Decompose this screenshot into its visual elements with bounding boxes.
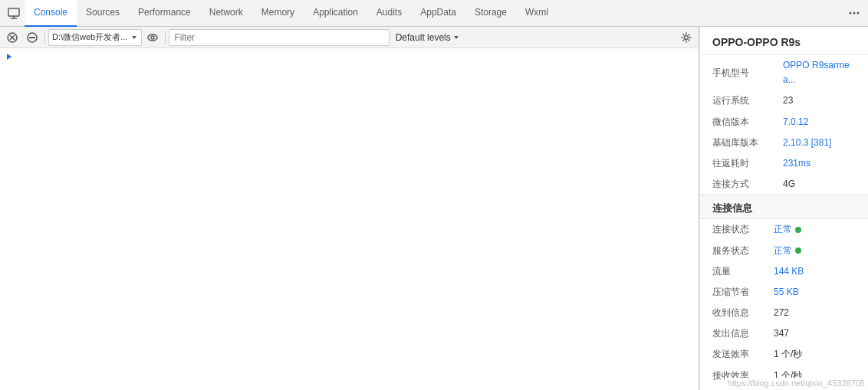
connection-info-row: 连接状态 正常 (700, 219, 868, 240)
tab-sources[interactable]: Sources (77, 0, 129, 27)
console-settings-button[interactable] (677, 28, 695, 47)
tab-performance[interactable]: Performance (129, 0, 200, 27)
info-value: OPPO R9sarmea... (771, 55, 868, 90)
svg-point-5 (857, 12, 860, 15)
connection-info-row: 服务状态 正常 (700, 241, 868, 261)
toolbar-separator-2 (165, 31, 166, 44)
tab-memory[interactable]: Memory (252, 0, 304, 27)
info-label: 连接方式 (700, 174, 771, 195)
block-errors-button[interactable] (23, 28, 41, 47)
context-value: D:\微信web开发者... (52, 31, 127, 43)
tab-audits[interactable]: Audits (367, 0, 411, 27)
right-panel: OPPO-OPPO R9s 手机型号 OPPO R9sarmea... 运行系统… (699, 27, 868, 390)
device-info-row: 基础库版本 2.10.3 [381] (700, 133, 868, 153)
connection-info-row: 收到信息 272 (700, 303, 868, 323)
svg-point-4 (853, 12, 856, 15)
clear-console-button[interactable] (3, 28, 21, 47)
main-content: D:\微信web开发者... Default levels (0, 27, 868, 390)
default-levels-label: Default levels (396, 32, 451, 43)
watermark: https://blog.csdn.net/qixin_45328705 (725, 378, 868, 388)
console-prompt[interactable] (0, 51, 699, 62)
console-panel: D:\微信web开发者... Default levels (0, 27, 699, 390)
tab-application[interactable]: Application (304, 0, 367, 27)
info-value: 4G (771, 174, 868, 195)
svg-point-12 (151, 36, 154, 39)
filter-input[interactable] (169, 29, 389, 46)
device-info-row: 运行系统 23 (700, 90, 868, 111)
device-info-row: 微信版本 7.0.12 (700, 112, 868, 133)
info-label: 微信版本 (700, 112, 771, 133)
info-value: 231ms (771, 153, 868, 174)
info-label: 基础库版本 (700, 133, 771, 153)
connection-info-table: 连接状态 正常 服务状态 正常 流量 144 KB 压缩节省 55 KB 收到信… (700, 219, 868, 390)
connection-section-header: 连接信息 (700, 195, 868, 219)
conn-value: 55 KB (761, 282, 868, 303)
conn-label: 发出信息 (700, 323, 761, 344)
info-label: 运行系统 (700, 90, 771, 111)
conn-value: 正常 (761, 219, 868, 240)
device-info-row: 往返耗时 231ms (700, 153, 868, 174)
conn-value: 272 (761, 303, 868, 323)
info-value: 7.0.12 (771, 112, 868, 133)
console-toolbar: D:\微信web开发者... Default levels (0, 27, 699, 48)
info-label: 手机型号 (700, 55, 771, 90)
info-value: 23 (771, 90, 868, 111)
tab-network[interactable]: Network (200, 0, 252, 27)
console-body (0, 48, 699, 390)
device-info-row: 连接方式 4G (700, 174, 868, 195)
conn-label: 收到信息 (700, 303, 761, 323)
svg-point-11 (148, 34, 157, 41)
tab-appdata[interactable]: AppData (411, 0, 465, 27)
info-value: 2.10.3 [381] (771, 133, 868, 153)
connection-info-row: 流量 144 KB (700, 261, 868, 282)
more-tabs-button[interactable] (843, 0, 865, 27)
device-info-row: 手机型号 OPPO R9sarmea... (700, 55, 868, 90)
tab-bar: Console Sources Performance Network Memo… (0, 0, 868, 27)
context-selector[interactable]: D:\微信web开发者... (48, 29, 142, 46)
conn-label: 服务状态 (700, 241, 761, 261)
tab-console[interactable]: Console (25, 0, 77, 27)
info-label: 往返耗时 (700, 153, 771, 174)
conn-value: 正常 (761, 241, 868, 261)
conn-label: 流量 (700, 261, 761, 282)
tab-storage[interactable]: Storage (465, 0, 516, 27)
svg-rect-0 (8, 8, 19, 16)
conn-value: 144 KB (761, 261, 868, 282)
toolbar-separator-1 (44, 31, 45, 44)
show-console-drawer-button[interactable] (143, 28, 162, 47)
connection-info-row: 压缩节省 55 KB (700, 282, 868, 303)
conn-label: 发送效率 (700, 344, 761, 365)
device-title: OPPO-OPPO R9s (700, 27, 868, 55)
svg-point-13 (685, 35, 689, 39)
connection-info-row: 发出信息 347 (700, 323, 868, 344)
status-dot (795, 247, 801, 254)
status-dot (795, 227, 801, 233)
conn-value: 347 (761, 323, 868, 344)
svg-point-3 (850, 12, 852, 15)
connection-info-row: 发送效率 1 个/秒 (700, 344, 868, 365)
conn-value: 1 个/秒 (761, 344, 868, 365)
tab-wxml[interactable]: Wxml (516, 0, 557, 27)
default-levels-button[interactable]: Default levels (391, 29, 465, 46)
devtools-icon[interactable] (3, 0, 25, 27)
tab-list: Console Sources Performance Network Memo… (25, 0, 843, 27)
device-info-table: 手机型号 OPPO R9sarmea... 运行系统 23 微信版本 7.0.1… (700, 55, 868, 195)
conn-label: 压缩节省 (700, 282, 761, 303)
conn-label: 连接状态 (700, 219, 761, 240)
